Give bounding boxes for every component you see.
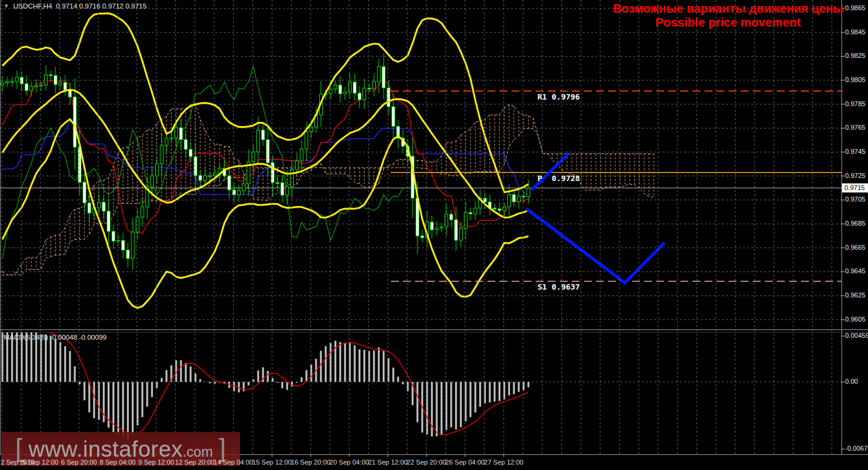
price-axis-label: 0.9785 [845,100,868,107]
chevron-down-icon[interactable]: ▼ [4,3,9,9]
macd-axis-label: 0.00459 [845,332,868,339]
price-axis-label: 0.9665 [845,244,868,251]
price-axis-label: 0.9745 [845,148,868,155]
annotation-block: Возможные варианты движения цены Possibl… [595,2,861,30]
price-axis-label: 0.9805 [845,76,868,83]
time-axis-label: 27 Sep 12:00 [476,459,531,466]
price-axis-label: 0.9765 [845,124,868,131]
macd-axis-label: -0.00676 [845,445,868,452]
annotation-line-en: Possible price movement [595,16,861,30]
mt4-chart-window: ▼USDCHF,H4 0.9714 0.9716 0.9712 0.9715 M… [0,0,868,470]
macd-axis-label: 0.00 [845,378,868,385]
price-axis-label: 0.9625 [845,291,868,299]
price-axis-label: 0.9645 [845,267,868,275]
annotation-line-ru: Возможные варианты движения цены [595,2,861,16]
price-axis-label: 0.9605 [845,316,868,323]
price-axis-label: 0.9825 [845,52,868,59]
watermark-suffix: .com [183,444,213,460]
price-axis-label: 0.9725 [845,172,868,179]
price-axis-label: 0.9705 [845,195,868,203]
pivot-level-label-s1: S1 0.9637 [537,282,580,291]
macd-indicator-header: MACD(5,34,5) -0.00048 -0.00099 [4,334,107,341]
current-price-tag: 0.9715 [842,183,868,192]
price-axis-label: 0.9685 [845,220,868,227]
symbol-ohlc-text: USDCHF,H4 0.9714 0.9716 0.9712 0.9715 [13,2,147,10]
pivot-level-label-p: P 0.9728 [537,174,580,183]
symbol-ohlc-header: ▼USDCHF,H4 0.9714 0.9716 0.9712 0.9715 [4,2,147,10]
chart-canvas [0,0,868,470]
pivot-level-label-r1: R1 0.9796 [537,92,580,101]
